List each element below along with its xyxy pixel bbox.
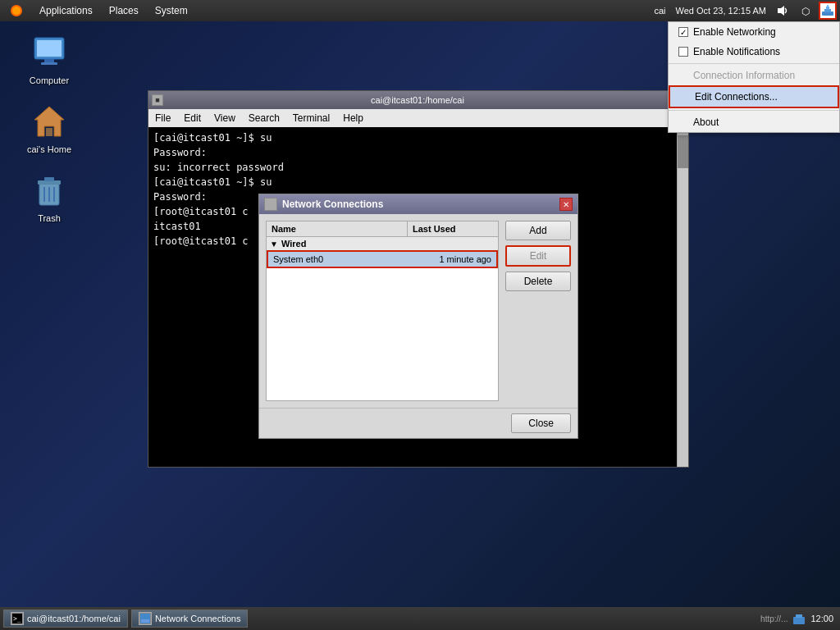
svg-rect-13 [46,128,52,136]
edit-connections-item[interactable]: Edit Connections... [669,85,839,108]
taskbar-nc-label: Network Connections [155,614,241,623]
computer-icon-image [30,33,69,72]
desktop: Applications Places System cai Wed Oct 2… [0,0,840,630]
applications-menu[interactable]: Applications [33,0,99,21]
nc-connection-last-used: 1 minute ago [401,254,491,264]
home-icon[interactable]: cai's Home [16,102,82,154]
nc-edit-button[interactable]: Edit [505,245,571,267]
svg-text:⬡: ⬡ [801,6,810,17]
about-item[interactable]: About [669,112,839,132]
nc-delete-button[interactable]: Delete [505,272,571,291]
enable-notifications-label: Enable Notifications [693,46,780,57]
taskbar-nc-item[interactable]: Network Connections [131,609,249,628]
taskbar-network-indicator: http://... [760,614,788,623]
taskbar-terminal-icon: >_ [11,612,24,625]
nc-add-button[interactable]: Add [505,221,571,240]
nc-body: Name Last Used ▼ Wired System eth0 1 min… [259,214,578,408]
nc-list-header: Name Last Used [267,221,498,237]
nc-connection-name: System eth0 [273,254,401,264]
edit-connections-no-check [680,92,690,102]
svg-rect-7 [827,5,829,7]
svg-text:>_: >_ [13,615,21,623]
dropdown-divider-1 [669,63,839,64]
nc-close-button[interactable]: ✕ [559,198,573,211]
system-menu[interactable]: System [148,0,194,21]
places-menu[interactable]: Places [103,0,145,21]
computer-icon[interactable]: Computer [16,33,82,85]
svg-marker-2 [778,6,784,16]
svg-point-1 [12,7,21,15]
network-dropdown-menu: ✓ Enable Networking Enable Notifications… [668,21,840,133]
enable-networking-item[interactable]: ✓ Enable Networking [669,22,839,42]
nc-close-footer-button[interactable]: Close [511,413,571,433]
taskbar-clock: 12:00 [810,614,833,623]
terminal-titlebar: ■ cai@itcast01:/home/cai [148,91,688,109]
terminal-terminal-menu[interactable]: Terminal [286,111,336,126]
nc-column-name: Name [267,221,408,236]
terminal-line-1: [cai@itcast01 ~]$ su [153,130,683,145]
connection-info-item: Connection Information [669,66,839,85]
connection-info-label: Connection Information [693,70,795,81]
about-label: About [693,116,719,128]
dropdown-divider-2 [669,110,839,111]
svg-rect-10 [44,59,54,62]
svg-rect-23 [141,619,149,623]
edit-connections-label: Edit Connections... [695,91,778,103]
nc-title-icon [264,198,277,211]
terminal-file-menu[interactable]: File [148,111,177,126]
username-display: cai [651,0,669,21]
network-connections-dialog: Network Connections ✕ Name Last Used ▼ W… [258,194,578,439]
taskbar-right: http://... 12:00 [760,612,840,625]
terminal-search-menu[interactable]: Search [242,111,286,126]
taskbar-terminal-label: cai@itcast01:/home/cai [27,614,121,623]
terminal-help-menu[interactable]: Help [336,111,370,126]
svg-rect-11 [41,62,57,65]
trash-icon-image [30,171,69,210]
terminal-line-2: Password: [153,145,683,160]
panel-right: cai Wed Oct 23, 12:15 AM ⬡ [651,0,840,21]
terminal-view-menu[interactable]: View [208,111,242,126]
enable-networking-checkbox[interactable]: ✓ [678,27,688,37]
terminal-scrollbar-thumb[interactable] [678,135,688,168]
datetime-display: Wed Oct 23, 12:15 AM [673,0,769,21]
enable-notifications-checkbox[interactable] [678,47,688,57]
nc-section-arrow: ▼ [270,240,278,249]
terminal-close-button[interactable]: ■ [152,94,163,106]
trash-icon-label: Trash [38,213,61,223]
nc-section-wired: ▼ Wired [267,237,498,250]
terminal-line-4: [cai@itcast01 ~]$ su [153,175,683,189]
home-icon-label: cai's Home [27,144,71,154]
nc-column-last-used: Last Used [408,221,498,236]
bluetooth-icon[interactable]: ⬡ [796,0,815,21]
computer-icon-label: Computer [30,75,69,85]
nc-action-buttons: Add Edit Delete [505,221,571,401]
terminal-menubar: File Edit View Search Terminal Help [148,109,688,127]
svg-rect-24 [793,617,805,624]
desktop-icons: Computer cai's Home [16,33,82,223]
nc-section-label: Wired [281,239,306,249]
home-icon-image [30,102,69,141]
app-icon [3,0,30,21]
top-panel: Applications Places System cai Wed Oct 2… [0,0,840,21]
taskbar: >_ cai@itcast01:/home/cai Network Connec… [0,607,840,630]
trash-icon[interactable]: Trash [16,171,82,223]
nc-list-area: Name Last Used ▼ Wired System eth0 1 min… [266,221,499,401]
svg-rect-25 [796,614,802,618]
nc-title-text: Network Connections [282,199,559,210]
nc-titlebar: Network Connections ✕ [259,194,578,214]
svg-rect-16 [44,177,54,181]
terminal-line-3: su: incorrect password [153,160,683,175]
panel-left: Applications Places System [0,0,194,21]
network-manager-icon[interactable] [819,2,837,20]
terminal-title: cai@itcast01:/home/cai [163,95,672,105]
terminal-scrollbar[interactable] [677,127,688,467]
enable-networking-label: Enable Networking [693,26,776,38]
volume-icon[interactable] [773,0,792,21]
taskbar-terminal-item[interactable]: >_ cai@itcast01:/home/cai [3,609,128,628]
taskbar-network-icon [792,612,806,625]
svg-rect-9 [37,40,62,57]
taskbar-nc-icon [139,612,152,625]
nc-connection-row[interactable]: System eth0 1 minute ago [267,250,498,268]
enable-notifications-item[interactable]: Enable Notifications [669,42,839,62]
terminal-edit-menu[interactable]: Edit [177,111,208,126]
